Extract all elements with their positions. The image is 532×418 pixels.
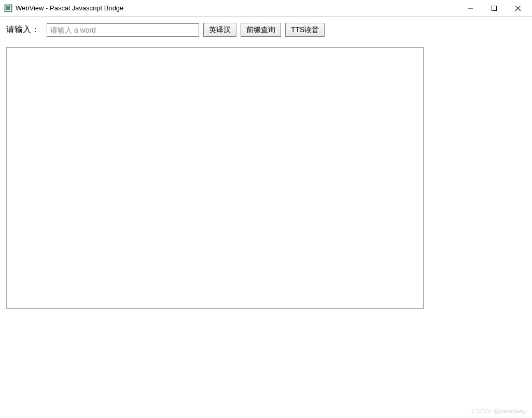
watermark: CSDN @belldeep (471, 407, 527, 415)
svg-rect-1 (6, 6, 10, 10)
word-input[interactable] (47, 23, 199, 37)
maximize-button[interactable] (482, 0, 506, 16)
input-label: 请输入： (6, 24, 39, 35)
content-area: 请输入： 英译汉 前缀查询 TTS读音 (0, 17, 532, 309)
prefix-query-button[interactable]: 前缀查询 (241, 23, 281, 37)
svg-rect-3 (492, 6, 497, 10)
input-row: 请输入： 英译汉 前缀查询 TTS读音 (6, 23, 526, 37)
window-controls (458, 0, 530, 16)
result-panel (6, 47, 424, 309)
minimize-button[interactable] (458, 0, 482, 16)
close-button[interactable] (506, 0, 530, 16)
tts-button[interactable]: TTS读音 (285, 23, 325, 37)
window-title: WebView - Pascal Javascript Bridge (16, 4, 123, 12)
titlebar: WebView - Pascal Javascript Bridge (0, 0, 532, 17)
translate-button[interactable]: 英译汉 (203, 23, 236, 37)
app-icon (4, 4, 12, 12)
